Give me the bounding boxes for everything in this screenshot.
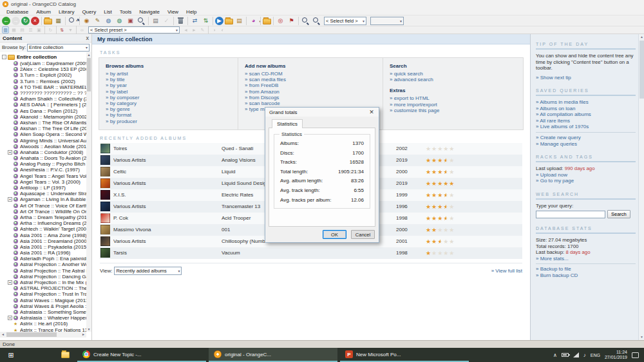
- back-icon[interactable]: ←: [2, 17, 10, 25]
- album-row[interactable]: Tarsis Vacuum 1998 ★★★★★: [100, 247, 522, 259]
- backup-link[interactable]: Burn backup CD: [536, 272, 636, 279]
- saved-query-link[interactable]: All compilation albums: [536, 111, 636, 118]
- import-export-icon[interactable]: ⇅: [201, 16, 211, 26]
- view-full-list-link[interactable]: View full list: [491, 268, 522, 274]
- tree-item[interactable]: + Anesthesia :: P.V.C. (1997): [0, 167, 86, 173]
- scroll-up-icon[interactable]: ▲: [639, 34, 644, 40]
- view-list-icon[interactable]: ☰: [27, 26, 34, 33]
- tray-chevron-icon[interactable]: ∧: [553, 352, 557, 358]
- separator[interactable]: [213, 17, 213, 25]
- browse-albums-link[interactable]: by artist: [106, 71, 238, 77]
- tree-item[interactable]: + Angel Tears :: Vol. 3 (2000): [0, 179, 86, 185]
- prev-album-icon[interactable]: ◄: [182, 26, 189, 33]
- rating-stars[interactable]: ★★★★★: [426, 146, 455, 152]
- rating-stars[interactable]: ★★★★★: [426, 250, 455, 256]
- ok-button[interactable]: OK: [323, 230, 346, 239]
- reload-icon[interactable]: ↻: [21, 17, 30, 25]
- rating-stars[interactable]: ★★★★★: [426, 169, 455, 175]
- loaned-items-icon[interactable]: ⚑: [287, 16, 296, 26]
- tree-item[interactable]: + Anahata :: Conduktor (2008): [0, 149, 86, 155]
- tree-item[interactable]: + Alwoods :: Aeolian Mode (2011): [0, 144, 86, 149]
- browse-albums-link[interactable]: by composer: [106, 95, 238, 100]
- tree-item[interactable]: + Astral Projection :: The Astral Files …: [0, 268, 86, 274]
- show-next-tip-link[interactable]: Show next tip: [536, 75, 636, 81]
- separator[interactable]: [41, 17, 42, 25]
- saved-query-link[interactable]: Albums on loan: [536, 106, 636, 112]
- edit-icon[interactable]: ✎: [199, 26, 206, 33]
- tree-item[interactable]: + Alien Soap Opera :: Second Wave (20: [0, 131, 86, 137]
- scrollbar-thumb[interactable]: [6, 332, 57, 337]
- more-stats-link[interactable]: More stats...: [536, 256, 636, 262]
- content-tree-toggle-icon[interactable]: ▥: [2, 26, 9, 33]
- clock[interactable]: 11:24 27/01/2019: [605, 350, 627, 360]
- backup-link[interactable]: Backup to file: [536, 266, 636, 272]
- scan-cdrom-icon[interactable]: ◉: [82, 16, 91, 26]
- rating-stars[interactable]: ★★★★★: [426, 215, 455, 222]
- speaker-icon[interactable]: ♪: [583, 352, 586, 358]
- saved-query-link[interactable]: Albums in media files: [536, 99, 636, 106]
- tree-item[interactable]: + Asia 2001 :: RA (1996): [0, 250, 86, 256]
- search-link[interactable]: quick search: [390, 71, 523, 77]
- rating-stars[interactable]: ★★★★★: [426, 192, 455, 198]
- menu-item[interactable]: Navigate: [135, 9, 164, 15]
- start-button[interactable]: ⊞: [0, 348, 22, 362]
- expand-icon[interactable]: +: [8, 150, 12, 155]
- tree-item[interactable]: + Astral Projection :: Trust In Trance 3…: [0, 291, 86, 297]
- tree-item[interactable]: + Argaman :: Living In A Bubble (2013): [0, 196, 86, 202]
- menu-item[interactable]: Album: [32, 9, 55, 15]
- file-explorer-button[interactable]: [55, 348, 75, 362]
- tree-item[interactable]: + Antiloop :: LP (1997): [0, 185, 86, 191]
- scroll-up-icon[interactable]: ▲: [86, 52, 91, 57]
- tree-item[interactable]: + Ashtech :: Walkin' Target (2007): [0, 226, 86, 232]
- tree-item[interactable]: + Astral Projection :: Dancing Galaxy (1…: [0, 274, 86, 280]
- tree-item[interactable]: + 3.Turn :: Remixes (2002): [0, 79, 86, 84]
- collapse-icon[interactable]: -: [2, 55, 6, 59]
- menu-item[interactable]: Help: [182, 9, 200, 15]
- separator[interactable]: [148, 17, 149, 25]
- menu-item[interactable]: List: [100, 9, 115, 15]
- tree-item[interactable]: + Astralasia :: Something Somewhere (2: [0, 309, 86, 315]
- add-album-link[interactable]: from Amazon: [245, 89, 383, 95]
- field-value-dropdown[interactable]: ▾: [370, 17, 404, 25]
- browse-albums-link[interactable]: by category: [106, 100, 238, 106]
- tree-item[interactable]: + Aes Dana :: Pollen (2012): [0, 108, 86, 114]
- loan-box-icon[interactable]: ▤: [234, 16, 244, 26]
- racks-link[interactable]: Upload now: [536, 172, 636, 178]
- statistics-icon[interactable]: ◎: [276, 16, 285, 26]
- browse-by-dropdown[interactable]: Entire collection ▾: [27, 44, 90, 52]
- freedb-icon[interactable]: ◍: [104, 16, 113, 26]
- add-album-link[interactable]: scan CD-ROM: [245, 71, 383, 77]
- rating-stars[interactable]: ★★★★★: [426, 227, 455, 233]
- rating-stars[interactable]: ★★★★★: [426, 157, 455, 164]
- browse-albums-link[interactable]: by year: [106, 82, 238, 88]
- tree-vertical-scrollbar[interactable]: ▲ ▼: [86, 52, 91, 332]
- web-search-button[interactable]: Search: [607, 210, 630, 218]
- separator[interactable]: [76, 26, 77, 34]
- extras-link[interactable]: more import/export: [390, 102, 523, 108]
- paste-album-icon[interactable]: ▣: [126, 16, 135, 26]
- view-thumbnails-icon[interactable]: ▦: [10, 26, 17, 33]
- query-action-link[interactable]: Create new query: [536, 135, 636, 141]
- separator[interactable]: [44, 26, 45, 34]
- scroll-down-icon[interactable]: ▼: [639, 334, 644, 340]
- query-action-link[interactable]: Manage queries: [536, 141, 636, 148]
- separator[interactable]: [79, 17, 80, 25]
- view-options-icon[interactable]: ▦: [53, 16, 63, 26]
- tree-item[interactable]: + Adham Shaikh :: Collectivity (2006): [0, 96, 86, 102]
- browse-albums-link[interactable]: by producer: [106, 119, 238, 124]
- separator[interactable]: [65, 17, 66, 25]
- scrollbar-thumb[interactable]: [639, 41, 644, 99]
- forward-icon[interactable]: →: [12, 17, 20, 25]
- tree-item[interactable]: + Astrix :: He.art (2016): [0, 321, 86, 327]
- copy-icon[interactable]: ▤: [151, 16, 160, 26]
- language-indicator[interactable]: ENG: [591, 353, 600, 357]
- link-icon[interactable]: ∞: [79, 26, 86, 33]
- rating-stars[interactable]: ★★★★★: [426, 238, 455, 245]
- browse-albums-link[interactable]: by format: [106, 112, 238, 118]
- browse-albums-link[interactable]: by title: [106, 77, 238, 82]
- expand-icon[interactable]: +: [8, 197, 12, 202]
- tree-root[interactable]: - Entire collection: [0, 53, 86, 61]
- content-tree-icon[interactable]: [44, 19, 52, 24]
- menu-item[interactable]: Database: [3, 9, 32, 15]
- tree-item[interactable]: + Akshan :: The Tree Of Life (2012): [0, 126, 86, 131]
